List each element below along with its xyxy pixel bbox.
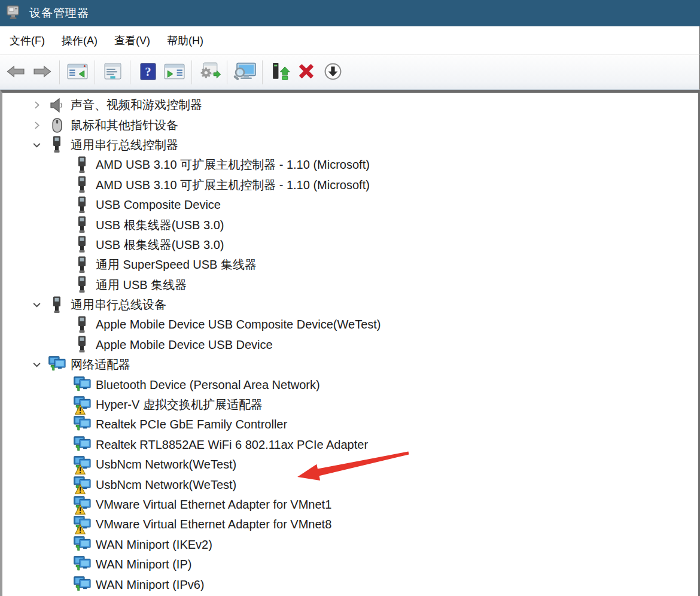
usb-icon <box>73 276 91 294</box>
chevron-collapsed-icon[interactable] <box>30 120 43 130</box>
device-tree: 声音、视频和游戏控制器鼠标和其他指针设备通用串行总线控制器AMD USB 3.1… <box>0 90 700 596</box>
tree-row-label: Bluetooth Device (Personal Area Network) <box>96 378 320 392</box>
tree-row-label: 通用串行总线设备 <box>71 297 166 313</box>
tree-row[interactable]: UsbNcm Network(WeTest) <box>2 455 698 475</box>
usb-icon <box>73 156 91 174</box>
tree-row[interactable]: Apple Mobile Device USB Device <box>2 335 698 355</box>
tree-row-label: 通用串行总线控制器 <box>71 137 178 153</box>
help-question-icon: ? <box>140 63 156 82</box>
network-adapter-icon <box>73 436 91 454</box>
tree-row-label: AMD USB 3.10 可扩展主机控制器 - 1.10 (Microsoft) <box>96 177 370 193</box>
tree-row[interactable]: AMD USB 3.10 可扩展主机控制器 - 1.10 (Microsoft) <box>2 175 698 195</box>
toolbar: ? <box>0 55 700 90</box>
tree-row[interactable]: 通用串行总线控制器 <box>2 135 698 155</box>
chevron-expanded-icon[interactable] <box>30 140 43 150</box>
toolbar-separator <box>227 60 227 84</box>
tree-row-label: 通用 SuperSpeed USB 集线器 <box>96 257 257 273</box>
forward-button[interactable] <box>29 59 54 86</box>
tree-row-label: 网络适配器 <box>71 357 130 373</box>
tree-row[interactable]: 网络适配器 <box>2 355 698 375</box>
network-adapter-warning-icon <box>73 396 91 414</box>
network-adapter-icon <box>73 536 91 554</box>
toolbar-separator <box>262 60 263 84</box>
tree-row[interactable]: 通用 SuperSpeed USB 集线器 <box>2 255 698 275</box>
disable-device-button[interactable] <box>320 59 345 86</box>
tree-row[interactable]: USB 根集线器(USB 3.0) <box>2 215 698 235</box>
menu-item-view[interactable]: 查看(V) <box>106 26 159 54</box>
tree-row-label: USB Composite Device <box>96 198 221 212</box>
tree-row-label: Hyper-V 虚拟交换机扩展适配器 <box>96 397 263 413</box>
speaker-icon <box>48 96 66 114</box>
titlebar[interactable]: 设备管理器 <box>0 0 700 26</box>
red-x-icon <box>297 63 315 81</box>
tree-row[interactable]: WAN Miniport (IPv6) <box>2 574 698 594</box>
window-title: 设备管理器 <box>29 5 89 21</box>
action-pane-icon <box>164 63 185 82</box>
tree-row[interactable]: 鼠标和其他指针设备 <box>2 115 698 135</box>
chevron-expanded-icon[interactable] <box>30 360 43 370</box>
toolbar-separator <box>59 60 60 84</box>
chevron-expanded-icon[interactable] <box>30 300 43 310</box>
tree-row-label: UsbNcm Network(WeTest) <box>96 458 236 472</box>
menu-item-action[interactable]: 操作(A) <box>53 26 106 54</box>
tree-row[interactable]: 声音、视频和游戏控制器 <box>2 95 698 115</box>
chevron-collapsed-icon[interactable] <box>30 100 43 110</box>
back-arrow-icon <box>7 65 25 80</box>
menu-item-file[interactable]: 文件(F) <box>1 26 53 54</box>
usb-icon <box>73 256 91 274</box>
tree-row-label: WAN Miniport (IPv6) <box>96 578 205 592</box>
tree-row[interactable]: UsbNcm Network(WeTest) <box>2 475 698 494</box>
tree-row[interactable]: WAN Miniport (IP) <box>2 555 698 574</box>
help-button[interactable]: ? <box>135 59 160 86</box>
tree-row-label: Realtek RTL8852AE WiFi 6 802.11ax PCIe A… <box>96 438 368 452</box>
network-adapter-icon <box>73 576 91 594</box>
usb-icon <box>73 316 91 334</box>
tree-row-label: USB 根集线器(USB 3.0) <box>96 237 224 253</box>
tree-row-label: 声音、视频和游戏控制器 <box>71 97 202 113</box>
update-driver-button[interactable] <box>267 59 293 86</box>
tree-row-label: AMD USB 3.10 可扩展主机控制器 - 1.10 (Microsoft) <box>96 157 370 173</box>
tree-row-label: Apple Mobile Device USB Composite Device… <box>96 318 381 332</box>
tree-row[interactable]: WAN Miniport (IKEv2) <box>2 535 698 555</box>
tree-row[interactable]: USB Composite Device <box>2 195 698 215</box>
tree-row-label: WAN Miniport (IP) <box>96 558 191 571</box>
tree-row[interactable]: Realtek RTL8852AE WiFi 6 802.11ax PCIe A… <box>2 435 698 455</box>
show-console-tree-button[interactable] <box>65 59 90 86</box>
tree-row[interactable]: 通用串行总线设备 <box>2 295 698 315</box>
back-button[interactable] <box>3 59 28 86</box>
tree-row-label: UsbNcm Network(WeTest) <box>96 478 236 492</box>
tree-row-label: 通用 USB 集线器 <box>96 277 187 293</box>
tree-row[interactable]: USB 根集线器(USB 3.0) <box>2 235 698 255</box>
tree-row-label: WAN Miniport (IKEv2) <box>96 538 212 552</box>
action-pane-button[interactable] <box>162 59 187 86</box>
tree-row[interactable]: Realtek PCIe GbE Family Controller <box>2 415 698 434</box>
tree-row[interactable]: VMware Virtual Ethernet Adapter for VMne… <box>2 495 698 515</box>
usb-icon <box>73 236 91 254</box>
usb-icon <box>73 176 91 194</box>
tree-row[interactable]: 通用 USB 集线器 <box>2 275 698 295</box>
tree-row-label: USB 根集线器(USB 3.0) <box>96 217 224 233</box>
tree-row[interactable]: VMware Virtual Ethernet Adapter for VMne… <box>2 515 698 534</box>
tree-row[interactable]: Apple Mobile Device USB Composite Device… <box>2 315 698 335</box>
install-driver-button[interactable] <box>197 59 222 86</box>
tree-row[interactable]: AMD USB 3.10 可扩展主机控制器 - 1.10 (Microsoft) <box>2 155 698 175</box>
tree-row[interactable]: Bluetooth Device (Personal Area Network) <box>2 375 698 394</box>
export-list-button[interactable] <box>100 59 125 86</box>
svg-text:?: ? <box>145 65 151 78</box>
device-manager-icon <box>6 4 22 22</box>
network-adapter-icon <box>48 356 66 374</box>
network-adapter-icon <box>73 376 91 394</box>
uninstall-device-button[interactable] <box>294 59 319 86</box>
tree-row[interactable]: Hyper-V 虚拟交换机扩展适配器 <box>2 395 698 415</box>
list-window-icon <box>104 63 122 82</box>
network-adapter-icon <box>73 556 91 574</box>
menubar: 文件(F)操作(A)查看(V)帮助(H) <box>0 26 700 55</box>
usb-icon <box>73 216 91 234</box>
scan-hardware-button[interactable] <box>232 59 257 86</box>
disable-arrow-icon <box>324 62 342 83</box>
menu-item-help[interactable]: 帮助(H) <box>159 26 212 54</box>
toolbar-separator <box>95 60 95 84</box>
toolbar-separator <box>191 60 192 84</box>
tree-row-label: Realtek PCIe GbE Family Controller <box>96 418 287 431</box>
network-adapter-warning-icon <box>73 476 91 494</box>
